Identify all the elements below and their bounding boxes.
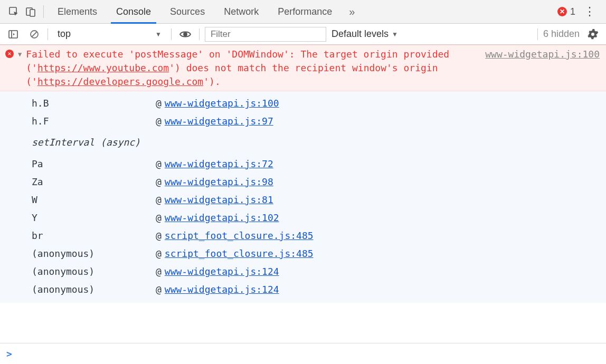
expand-stacktrace-toggle[interactable]: ▼	[18, 50, 22, 59]
toolbar-divider	[199, 28, 200, 40]
console-messages: ✕ ▼ Failed to execute 'postMessage' on '…	[0, 45, 606, 343]
error-message-text: Failed to execute 'postMessage' on 'DOMW…	[26, 47, 472, 89]
stack-frame-location-link[interactable]: www-widgetapi.js:98	[165, 175, 273, 189]
error-url-2[interactable]: https://developers.google.com	[37, 76, 203, 87]
stack-frame-at: @	[156, 175, 162, 189]
stack-frame-at: @	[156, 193, 162, 207]
svg-rect-2	[30, 9, 35, 16]
customize-menu-icon[interactable]: ⋮	[582, 5, 598, 18]
stack-frame[interactable]: (anonymous)@script_foot_closure.js:485	[32, 245, 606, 263]
levels-label: Default levels	[332, 28, 389, 40]
stack-frame[interactable]: Pa@www-widgetapi.js:72	[32, 155, 606, 173]
stack-frame-function: (anonymous)	[32, 283, 156, 296]
stack-frame[interactable]: (anonymous)@www-widgetapi.js:124	[32, 281, 606, 299]
context-label: top	[58, 28, 71, 40]
inspect-element-icon[interactable]	[5, 3, 22, 20]
error-icon: ✕	[557, 7, 567, 16]
error-url-1[interactable]: https://www.youtube.com	[37, 62, 169, 73]
hidden-messages-label[interactable]: 6 hidden	[543, 28, 580, 40]
stack-frame-at: @	[156, 265, 162, 279]
execution-context-selector[interactable]: top ▼	[53, 27, 166, 41]
stack-frame-location-link[interactable]: www-widgetapi.js:97	[165, 114, 273, 128]
topbar-right: ✕ 1 ⋮	[557, 5, 601, 18]
toggle-console-sidebar-icon[interactable]	[5, 26, 21, 42]
stack-frame[interactable]: (anonymous)@www-widgetapi.js:124	[32, 263, 606, 281]
console-error-message[interactable]: ✕ ▼ Failed to execute 'postMessage' on '…	[0, 45, 606, 91]
stack-frame-at: @	[156, 283, 162, 296]
stack-frame-function: Y	[32, 211, 156, 225]
stack-frame-at: @	[156, 211, 162, 225]
log-levels-selector[interactable]: Default levels ▼	[332, 28, 398, 40]
toolbar-divider	[537, 28, 538, 40]
stack-frame[interactable]: br@script_foot_closure.js:485	[32, 227, 606, 245]
stack-frame-function: Pa	[32, 157, 156, 171]
dropdown-arrow-icon: ▼	[155, 31, 162, 38]
panel-tabs: Elements Console Sources Network Perform…	[48, 0, 557, 23]
tab-elements[interactable]: Elements	[48, 0, 107, 23]
dropdown-arrow-icon: ▼	[392, 31, 398, 38]
stack-frame-location-link[interactable]: www-widgetapi.js:72	[165, 157, 273, 171]
stack-frame-function: W	[32, 193, 156, 207]
stack-frame-location-link[interactable]: www-widgetapi.js:124	[165, 265, 279, 279]
tab-console[interactable]: Console	[107, 0, 160, 23]
stack-frame-function: (anonymous)	[32, 265, 156, 279]
stack-frame-location-link[interactable]: script_foot_closure.js:485	[165, 247, 314, 261]
stack-frame-function: h.B	[32, 97, 156, 110]
stack-frame-function: h.F	[32, 114, 156, 128]
async-separator: setInterval (async)	[32, 130, 606, 155]
device-toolbar-icon[interactable]	[22, 3, 39, 20]
devtools-top-toolbar: Elements Console Sources Network Perform…	[0, 0, 606, 24]
stack-frame[interactable]: W@www-widgetapi.js:81	[32, 191, 606, 209]
stack-frame-function: Za	[32, 175, 156, 189]
tab-performance[interactable]: Performance	[268, 0, 342, 23]
toolbar-divider	[43, 5, 44, 18]
stack-frame-location-link[interactable]: www-widgetapi.js:81	[165, 193, 273, 207]
svg-point-8	[591, 33, 594, 36]
stack-frame-at: @	[156, 229, 162, 243]
stack-frame-function: br	[32, 229, 156, 243]
error-source-link[interactable]: www-widgetapi.js:100	[485, 47, 600, 61]
stack-frame[interactable]: h.B@www-widgetapi.js:100	[32, 94, 606, 112]
console-toolbar: top ▼ Default levels ▼ 6 hidden	[0, 24, 606, 45]
console-prompt[interactable]: >	[0, 343, 606, 364]
svg-point-7	[184, 33, 187, 36]
stack-frame-location-link[interactable]: script_foot_closure.js:485	[165, 229, 314, 243]
stack-frame-at: @	[156, 247, 162, 261]
stack-frame[interactable]: Za@www-widgetapi.js:98	[32, 173, 606, 191]
filter-input[interactable]	[205, 27, 326, 42]
live-expression-icon[interactable]	[177, 29, 194, 40]
more-tabs-icon[interactable]: »	[342, 6, 362, 18]
stack-frame-location-link[interactable]: www-widgetapi.js:102	[165, 211, 279, 225]
stack-frame[interactable]: Y@www-widgetapi.js:102	[32, 209, 606, 227]
stack-frame-at: @	[156, 157, 162, 171]
stacktrace: h.B@www-widgetapi.js:100h.F@www-widgetap…	[0, 91, 606, 303]
tab-network[interactable]: Network	[214, 0, 268, 23]
stack-frame-location-link[interactable]: www-widgetapi.js:100	[165, 97, 279, 110]
error-count-label: 1	[570, 6, 575, 17]
stack-frame-function: (anonymous)	[32, 247, 156, 261]
stack-frame-location-link[interactable]: www-widgetapi.js:124	[165, 283, 279, 296]
stack-frame[interactable]: h.F@www-widgetapi.js:97	[32, 112, 606, 130]
prompt-caret-icon: >	[6, 348, 12, 359]
stack-frame-at: @	[156, 114, 162, 128]
error-icon: ✕	[5, 50, 14, 58]
console-settings-icon[interactable]	[585, 28, 601, 40]
toolbar-divider	[48, 28, 48, 40]
tab-sources[interactable]: Sources	[160, 0, 214, 23]
stack-frame-at: @	[156, 97, 162, 110]
toolbar-divider	[171, 28, 172, 40]
svg-line-6	[32, 32, 37, 37]
error-count-badge[interactable]: ✕ 1	[557, 6, 575, 17]
clear-console-icon[interactable]	[26, 26, 42, 42]
